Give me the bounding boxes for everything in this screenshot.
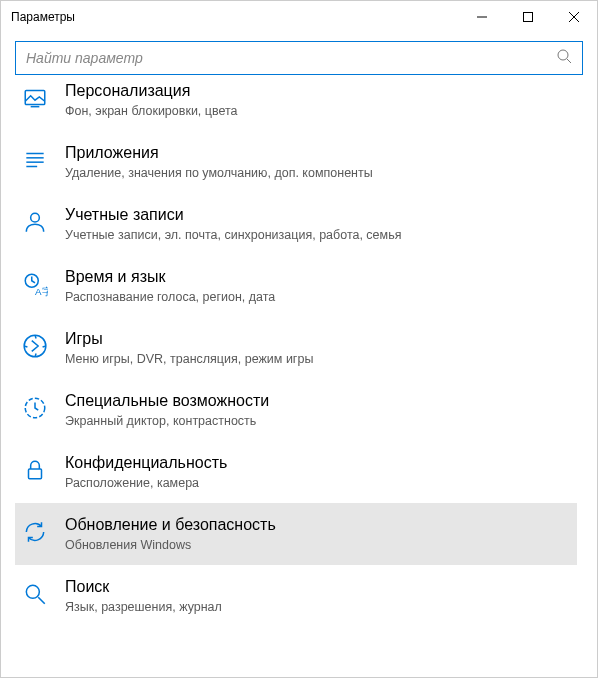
maximize-icon xyxy=(523,12,533,22)
settings-item-title: Персонализация xyxy=(65,82,238,100)
window-controls xyxy=(459,1,597,33)
settings-item-text: ПриложенияУдаление, значения по умолчани… xyxy=(65,144,373,180)
settings-item-search-category[interactable]: ПоискЯзык, разрешения, журнал xyxy=(15,565,577,627)
search-icon xyxy=(556,48,572,68)
gaming-icon xyxy=(21,332,49,360)
content-area: ПерсонализацияФон, экран блокировки, цве… xyxy=(1,33,597,673)
settings-item-update-security[interactable]: Обновление и безопасностьОбновления Wind… xyxy=(15,503,577,565)
settings-item-title: Обновление и безопасность xyxy=(65,516,276,534)
settings-item-text: Учетные записиУчетные записи, эл. почта,… xyxy=(65,206,401,242)
search-category-icon xyxy=(21,580,49,608)
settings-item-description: Меню игры, DVR, трансляция, режим игры xyxy=(65,352,313,366)
settings-item-description: Распознавание голоса, регион, дата xyxy=(65,290,275,304)
svg-line-5 xyxy=(567,59,571,63)
close-button[interactable] xyxy=(551,1,597,33)
settings-item-title: Игры xyxy=(65,330,313,348)
settings-item-text: Специальные возможностиЭкранный диктор, … xyxy=(65,392,269,428)
settings-item-text: Обновление и безопасностьОбновления Wind… xyxy=(65,516,276,552)
maximize-button[interactable] xyxy=(505,1,551,33)
svg-point-17 xyxy=(26,585,39,598)
svg-text:A字: A字 xyxy=(35,286,48,297)
ease-of-access-icon xyxy=(21,394,49,422)
svg-point-4 xyxy=(558,50,568,60)
settings-item-description: Язык, разрешения, журнал xyxy=(65,600,222,614)
search-input[interactable] xyxy=(26,50,556,66)
svg-line-18 xyxy=(38,597,45,604)
title-bar: Параметры xyxy=(1,1,597,33)
settings-item-title: Приложения xyxy=(65,144,373,162)
settings-item-text: ПерсонализацияФон, экран блокировки, цве… xyxy=(65,82,238,118)
settings-item-accounts[interactable]: Учетные записиУчетные записи, эл. почта,… xyxy=(15,193,577,255)
settings-item-title: Конфиденциальность xyxy=(65,454,227,472)
settings-item-text: ПоискЯзык, разрешения, журнал xyxy=(65,578,222,614)
settings-list[interactable]: ПерсонализацияФон, экран блокировки, цве… xyxy=(15,77,583,673)
settings-item-text: КонфиденциальностьРасположение, камера xyxy=(65,454,227,490)
svg-point-11 xyxy=(31,213,40,222)
settings-item-description: Удаление, значения по умолчанию, доп. ко… xyxy=(65,166,373,180)
settings-item-text: ИгрыМеню игры, DVR, трансляция, режим иг… xyxy=(65,330,313,366)
apps-icon xyxy=(21,146,49,174)
update-security-icon xyxy=(21,518,49,546)
time-language-icon: A字 xyxy=(21,270,49,298)
settings-item-title: Специальные возможности xyxy=(65,392,269,410)
svg-point-14 xyxy=(24,335,46,357)
settings-item-description: Расположение, камера xyxy=(65,476,227,490)
settings-item-description: Обновления Windows xyxy=(65,538,276,552)
settings-item-privacy[interactable]: КонфиденциальностьРасположение, камера xyxy=(15,441,577,503)
settings-item-apps[interactable]: ПриложенияУдаление, значения по умолчани… xyxy=(15,131,577,193)
accounts-icon xyxy=(21,208,49,236)
settings-item-time-language[interactable]: A字Время и языкРаспознавание голоса, реги… xyxy=(15,255,577,317)
svg-rect-1 xyxy=(524,13,533,22)
settings-item-description: Экранный диктор, контрастность xyxy=(65,414,269,428)
settings-item-description: Фон, экран блокировки, цвета xyxy=(65,104,238,118)
minimize-icon xyxy=(477,12,487,22)
settings-item-title: Учетные записи xyxy=(65,206,401,224)
settings-item-title: Поиск xyxy=(65,578,222,596)
minimize-button[interactable] xyxy=(459,1,505,33)
settings-item-text: Время и языкРаспознавание голоса, регион… xyxy=(65,268,275,304)
settings-item-title: Время и язык xyxy=(65,268,275,286)
settings-item-gaming[interactable]: ИгрыМеню игры, DVR, трансляция, режим иг… xyxy=(15,317,577,379)
settings-item-personalization[interactable]: ПерсонализацияФон, экран блокировки, цве… xyxy=(15,77,577,131)
svg-rect-16 xyxy=(29,469,42,479)
settings-item-ease-of-access[interactable]: Специальные возможностиЭкранный диктор, … xyxy=(15,379,577,441)
search-box[interactable] xyxy=(15,41,583,75)
privacy-icon xyxy=(21,456,49,484)
settings-item-description: Учетные записи, эл. почта, синхронизация… xyxy=(65,228,401,242)
close-icon xyxy=(569,12,579,22)
personalization-icon xyxy=(21,84,49,112)
window-title: Параметры xyxy=(11,10,459,24)
